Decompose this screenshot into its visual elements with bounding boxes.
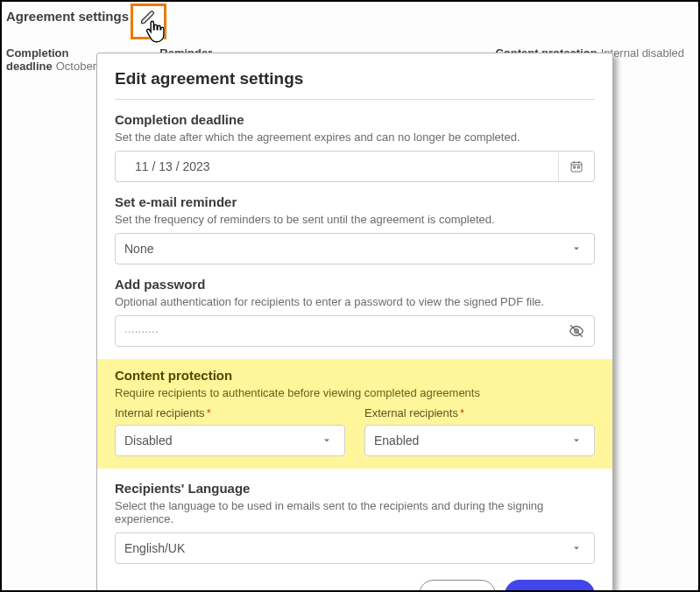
edit-settings-button[interactable] [131,4,166,39]
reminder-select[interactable]: None [115,233,595,264]
language-select[interactable]: English/UK [115,532,595,564]
chevron-down-icon [568,432,585,449]
reminder-title: Set e-mail reminder [115,194,595,209]
date-yyyy: 2023 [183,159,210,173]
calendar-icon[interactable] [558,152,585,181]
language-desc: Select the language to be used in emails… [115,499,595,525]
date-dd: 13 [159,159,173,173]
language-title: Recipients' Language [115,481,595,496]
completion-date-input[interactable]: 11 / 13 / 2023 [115,151,595,182]
cancel-button[interactable]: Cancel [419,580,496,592]
protection-desc: Require recipients to authenticate befor… [115,386,595,399]
password-desc: Optional authentication for recipients t… [115,295,595,308]
svg-rect-2 [577,166,579,168]
eye-off-icon[interactable] [568,322,585,340]
pencil-icon [140,10,156,29]
internal-recipients-label: Internal recipients* [115,406,345,419]
svg-rect-0 [571,162,582,172]
completion-title: Completion deadline [115,112,595,127]
password-value: ·········· [124,324,159,338]
section-password: Add password Optional authentication for… [115,277,595,347]
date-mm: 11 [135,159,149,173]
language-value: English/UK [124,541,185,555]
chevron-down-icon [318,432,336,449]
reminder-value: None [124,242,153,256]
section-language: Recipients' Language Select the language… [115,481,595,564]
completion-desc: Set the date after which the agreement e… [115,130,595,144]
page-title: Agreement settings [6,9,129,24]
chevron-down-icon [568,539,585,557]
modal-footer: Cancel Continue [115,580,595,592]
modal-title: Edit agreement settings [115,69,595,88]
password-title: Add password [115,277,595,292]
external-recipients-select[interactable]: Enabled [364,425,595,456]
reminder-desc: Set the frequency of reminders to be sen… [115,213,595,226]
external-recipients-label: External recipients* [364,406,595,419]
chevron-down-icon [568,240,585,257]
divider [115,99,595,100]
protection-title: Content protection [115,368,595,383]
internal-recipients-select[interactable]: Disabled [115,425,345,456]
section-reminder: Set e-mail reminder Set the frequency of… [115,194,595,264]
section-content-protection: Content protection Require recipients to… [97,359,612,469]
password-input[interactable]: ·········· [115,315,595,347]
external-recipients-value: Enabled [374,433,419,448]
internal-recipients-value: Disabled [124,433,172,448]
section-completion: Completion deadline Set the date after w… [115,112,595,182]
svg-rect-1 [574,166,576,168]
edit-settings-modal: Edit agreement settings Completion deadl… [96,53,613,592]
continue-button[interactable]: Continue [505,580,595,592]
